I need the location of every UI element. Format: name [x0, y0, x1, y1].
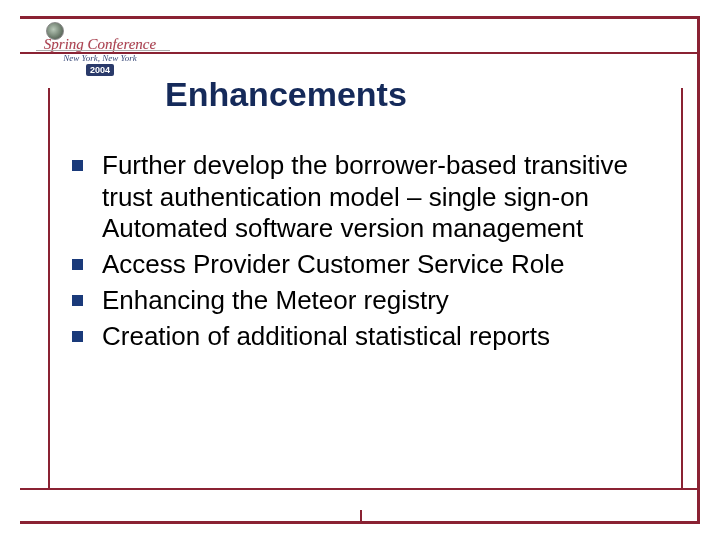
seal-icon — [46, 22, 64, 40]
list-item: Access Provider Customer Service Role — [72, 249, 660, 281]
page-title: Enhancements — [165, 75, 407, 114]
border-rule-right — [697, 19, 700, 521]
border-rule-bottom-inner — [20, 488, 700, 490]
logo-divider — [36, 50, 170, 51]
footer-notch — [360, 510, 362, 522]
conference-logo: Spring Conference New York, New York 200… — [40, 22, 160, 82]
border-rule-right-inner — [681, 88, 683, 490]
logo-line2: New York, New York — [63, 53, 136, 63]
list-item: Creation of additional statistical repor… — [72, 321, 660, 353]
logo-year: 2004 — [86, 64, 114, 76]
border-rule-top — [20, 16, 700, 19]
bullet-list: Further develop the borrower-based trans… — [72, 150, 660, 356]
slide: Spring Conference New York, New York 200… — [0, 0, 720, 540]
list-item: Enhancing the Meteor registry — [72, 285, 660, 317]
list-item: Further develop the borrower-based trans… — [72, 150, 660, 245]
border-rule-left-inner — [48, 88, 50, 490]
